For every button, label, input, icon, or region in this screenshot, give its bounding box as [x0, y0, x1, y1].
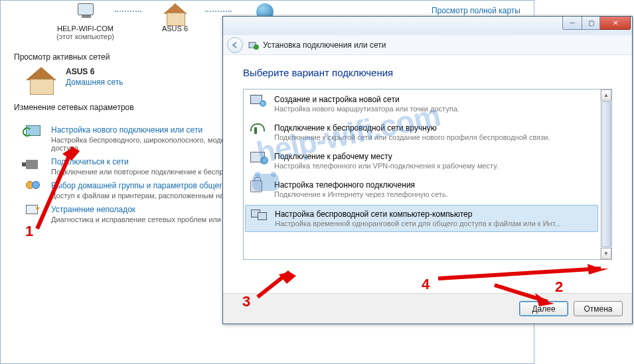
wizard-dialog: ─ ▢ ✕ Установка подключения или сети Выб…: [222, 16, 633, 324]
option-workplace[interactable]: Подключение к рабочему месту Настройка т…: [244, 147, 599, 175]
close-button[interactable]: ✕: [600, 17, 631, 30]
option-title: Создание и настройка новой сети: [274, 95, 459, 104]
house-icon: [26, 67, 56, 80]
new-network-icon: [250, 95, 266, 107]
scroll-down-button[interactable]: ▼: [601, 248, 611, 259]
option-desc: Настройка временной одноранговой сети дл…: [275, 219, 561, 227]
option-title: Подключение к беспроводной сети вручную: [274, 123, 550, 133]
option-dialup[interactable]: Настройка телефонного подключения Подклю…: [244, 175, 599, 204]
scroll-up-button[interactable]: ▲: [601, 90, 611, 101]
maximize-button[interactable]: ▢: [582, 17, 600, 30]
connection-options-list: Создание и настройка новой сети Настройк…: [243, 89, 612, 260]
map-connector: [205, 11, 232, 12]
option-title: Настройка телефонного подключения: [274, 180, 448, 190]
full-map-link[interactable]: Просмотр полной карты: [432, 6, 520, 15]
setup-icon: [26, 125, 40, 136]
back-button[interactable]: [227, 37, 243, 53]
wizard-heading: Выберите вариант подключения: [243, 67, 612, 89]
wizard-titlebar[interactable]: ─ ▢ ✕: [223, 17, 632, 35]
option-adhoc[interactable]: Настройка беспроводной сети компьютер-ко…: [245, 205, 598, 232]
dialup-icon: [250, 180, 262, 192]
option-desc: Настройка телефонного или VPN-подключени…: [274, 161, 499, 170]
option-title: Подключение к рабочему месту: [274, 152, 499, 161]
map-item-label: HELP-WIFI-COM: [40, 25, 130, 32]
wizard-crumb: Установка подключения или сети: [263, 40, 386, 50]
wizard-button-row: Далее Отмена: [223, 293, 632, 324]
option-desc: Подключение к Интернету через телефонную…: [274, 190, 448, 198]
option-desc: Настройка нового маршрутизатора или точк…: [274, 104, 459, 113]
scrollbar[interactable]: ▲ ▼: [600, 90, 611, 259]
map-item-sublabel: (этот компьютер): [40, 32, 130, 40]
map-router[interactable]: ASUS 6: [130, 3, 220, 32]
adhoc-icon: [251, 210, 267, 220]
arrow-left-icon: [231, 41, 239, 49]
map-this-pc[interactable]: HELP-WIFI-COM (этот компьютер): [40, 3, 130, 40]
network-type-link[interactable]: Домашняя сеть: [66, 76, 123, 87]
homegroup-icon: [26, 181, 44, 189]
svg-point-1: [254, 44, 259, 50]
house-icon: [163, 3, 187, 14]
minimize-button[interactable]: ─: [562, 17, 582, 30]
next-button[interactable]: Далее: [519, 301, 568, 316]
wizard-nav: Установка подключения или сети: [223, 35, 632, 55]
scroll-thumb[interactable]: [601, 101, 611, 247]
wireless-icon: [250, 123, 264, 134]
option-desc: Подключение к скрытой сети или создание …: [274, 133, 550, 141]
computer-icon: [78, 3, 94, 15]
cancel-button[interactable]: Отмена: [574, 301, 623, 316]
wizard-icon: [248, 40, 259, 50]
workplace-icon: [250, 152, 265, 162]
troubleshoot-icon: [26, 205, 38, 214]
network-name: ASUS 6: [66, 67, 123, 76]
map-connector: [115, 11, 141, 12]
option-manual-wireless[interactable]: Подключение к беспроводной сети вручную …: [244, 118, 599, 147]
option-title: Настройка беспроводной сети компьютер-ко…: [275, 210, 561, 219]
connect-icon: [26, 160, 38, 169]
option-create-network[interactable]: Создание и настройка новой сети Настройк…: [244, 90, 599, 118]
